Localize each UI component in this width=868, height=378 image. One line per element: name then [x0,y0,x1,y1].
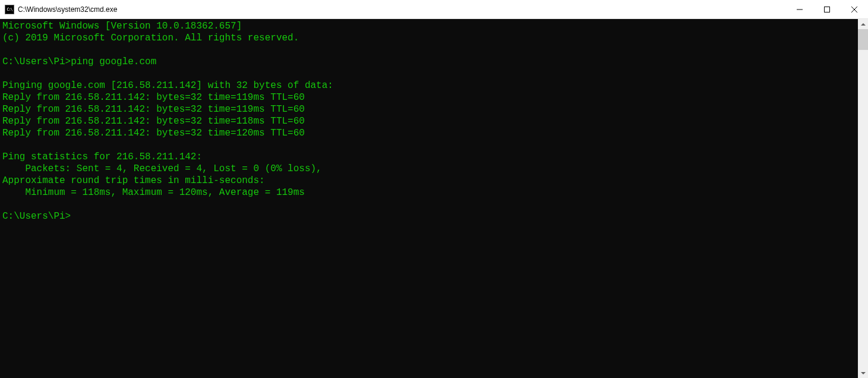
scrollbar-track[interactable] [858,29,868,368]
maximize-button[interactable] [813,0,841,18]
prompt-line: C:\Users\Pi> [2,211,71,222]
svg-marker-4 [861,23,866,26]
titlebar[interactable]: C:\ C:\Windows\system32\cmd.exe [0,0,868,19]
stats-header: Ping statistics for 216.58.211.142: [2,152,202,162]
banner-version: Microsoft Windows [Version 10.0.18362.65… [2,21,242,32]
window-controls [786,0,868,18]
svg-rect-1 [825,7,830,12]
chevron-up-icon [861,23,866,26]
ping-reply: Reply from 216.58.211.142: bytes=32 time… [2,116,305,127]
ping-reply: Reply from 216.58.211.142: bytes=32 time… [2,128,305,138]
minimize-button[interactable] [786,0,813,18]
banner-copyright: (c) 2019 Microsoft Corporation. All righ… [2,33,299,43]
cmd-icon: C:\ [5,5,14,14]
minimize-icon [797,7,803,12]
ping-reply: Reply from 216.58.211.142: bytes=32 time… [2,104,305,115]
content-area: Microsoft Windows [Version 10.0.18362.65… [0,19,868,378]
ping-header: Pinging google.com [216.58.211.142] with… [2,80,333,91]
svg-marker-5 [861,372,866,374]
maximize-icon [824,7,830,12]
stats-rtt-header: Approximate round trip times in milli-se… [2,175,265,186]
scroll-up-button[interactable] [858,19,868,29]
ping-reply: Reply from 216.58.211.142: bytes=32 time… [2,92,305,103]
scroll-down-button[interactable] [858,368,868,378]
vertical-scrollbar[interactable] [858,19,868,378]
close-button[interactable] [841,0,868,18]
stats-rtt: Minimum = 118ms, Maximum = 120ms, Averag… [2,187,305,198]
stats-packets: Packets: Sent = 4, Received = 4, Lost = … [2,163,322,174]
window-title: C:\Windows\system32\cmd.exe [18,5,786,14]
prompt-line: C:\Users\Pi>ping google.com [2,56,156,67]
close-icon [851,7,857,12]
cmd-window: C:\ C:\Windows\system32\cmd.exe Microsof… [0,0,868,378]
scrollbar-thumb[interactable] [858,29,868,50]
terminal-output[interactable]: Microsoft Windows [Version 10.0.18362.65… [0,19,858,378]
chevron-down-icon [861,372,866,374]
